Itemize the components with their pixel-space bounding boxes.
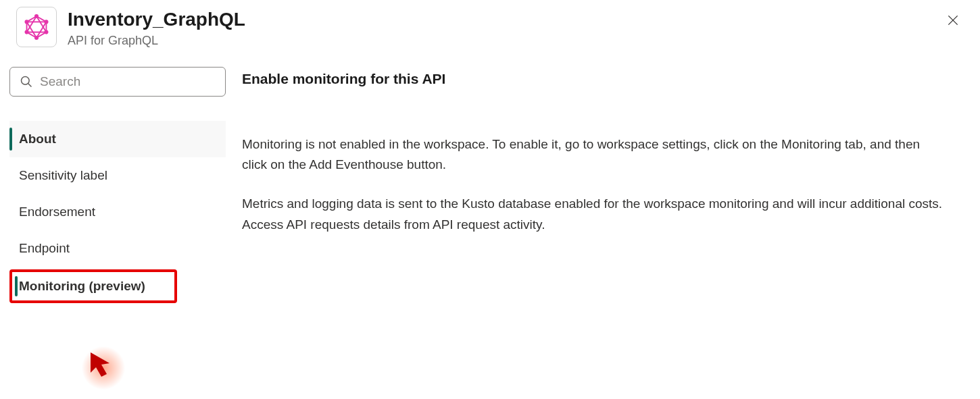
sidebar-item-label: Monitoring (preview) bbox=[19, 279, 145, 293]
close-button[interactable] bbox=[942, 9, 964, 31]
svg-point-10 bbox=[34, 36, 39, 40]
svg-point-7 bbox=[34, 14, 39, 18]
svg-marker-17 bbox=[91, 352, 109, 377]
sidebar-item-endorsement[interactable]: Endorsement bbox=[9, 194, 226, 230]
sidebar-item-label: Endorsement bbox=[19, 205, 95, 219]
header: Inventory_GraphQL API for GraphQL bbox=[0, 0, 980, 48]
close-icon bbox=[946, 14, 960, 27]
svg-point-8 bbox=[44, 20, 48, 24]
content-paragraph-1: Monitoring is not enabled in the workspa… bbox=[242, 134, 946, 176]
sidebar-item-label: Sensitivity label bbox=[19, 168, 107, 182]
sidebar-nav: About Sensitivity label Endorsement Endp… bbox=[9, 121, 226, 303]
graphql-icon bbox=[16, 7, 57, 47]
content-heading: Enable monitoring for this API bbox=[242, 71, 946, 87]
page-subtitle: API for GraphQL bbox=[68, 34, 245, 48]
sidebar-item-label: Endpoint bbox=[19, 241, 70, 255]
sidebar-item-about[interactable]: About bbox=[9, 121, 226, 157]
sidebar-item-label: About bbox=[19, 132, 56, 146]
content-paragraph-2: Metrics and logging data is sent to the … bbox=[242, 194, 946, 235]
svg-point-15 bbox=[22, 76, 30, 84]
title-block: Inventory_GraphQL API for GraphQL bbox=[68, 7, 245, 48]
svg-point-9 bbox=[44, 30, 48, 34]
svg-point-11 bbox=[25, 30, 29, 34]
svg-point-12 bbox=[25, 20, 29, 24]
search-icon bbox=[20, 75, 33, 88]
search-box[interactable] bbox=[9, 67, 226, 97]
sidebar-item-endpoint[interactable]: Endpoint bbox=[9, 230, 226, 267]
page-title: Inventory_GraphQL bbox=[68, 8, 245, 31]
sidebar-item-monitoring[interactable]: Monitoring (preview) bbox=[9, 269, 177, 303]
sidebar: About Sensitivity label Endorsement Endp… bbox=[9, 67, 226, 303]
main-content: Enable monitoring for this API Monitorin… bbox=[242, 67, 966, 303]
svg-line-16 bbox=[28, 83, 32, 86]
search-input[interactable] bbox=[40, 74, 216, 89]
sidebar-item-sensitivity-label[interactable]: Sensitivity label bbox=[9, 157, 226, 194]
